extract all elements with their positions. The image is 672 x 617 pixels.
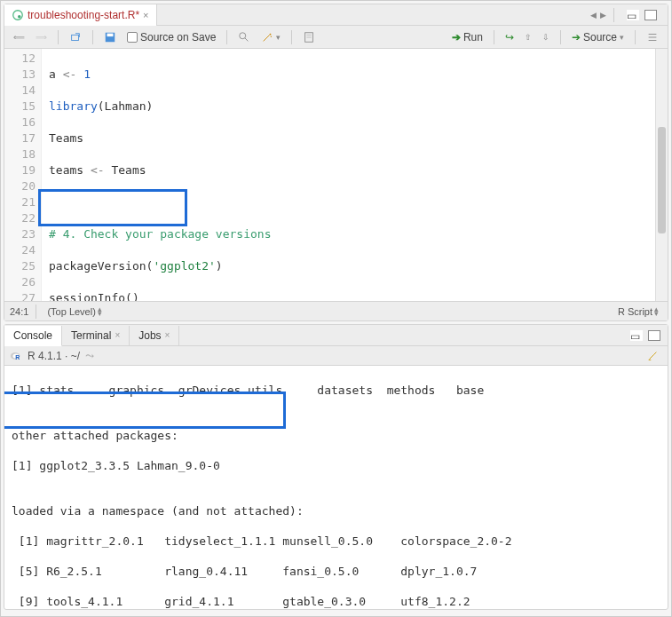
go-up-button[interactable]: ⇧ [521, 31, 535, 44]
cursor-position: 24:1 [10, 306, 28, 317]
source-on-save-toggle[interactable]: Source on Save [123, 29, 219, 45]
svg-rect-4 [107, 33, 114, 36]
svg-rect-2 [72, 35, 79, 40]
session-arrow-icon[interactable]: ⤳ [85, 350, 94, 362]
run-label: Run [463, 31, 483, 44]
save-button[interactable] [100, 29, 120, 45]
minimize-pane-button[interactable]: ▭ [630, 330, 643, 341]
r-file-icon [12, 9, 24, 21]
close-icon[interactable]: × [115, 330, 120, 340]
source-file-tab[interactable]: troubleshooting-start.R* × [4, 4, 157, 26]
line-gutter: 12131415 16171819 20212223 24252627 [4, 49, 42, 301]
code-tools-button[interactable]: ▾ [257, 29, 284, 45]
clear-console-button[interactable] [643, 348, 662, 364]
tab-jobs[interactable]: Jobs× [130, 326, 179, 345]
svg-point-8 [270, 33, 272, 35]
close-icon[interactable]: × [143, 10, 148, 20]
minimize-pane-button[interactable]: ▭ [627, 10, 639, 20]
svg-point-9 [271, 36, 272, 36]
svg-point-5 [240, 32, 246, 38]
scroll-thumb[interactable] [658, 127, 666, 233]
tab-prev-icon[interactable]: ◀ [590, 11, 597, 20]
language-label: R Script [618, 306, 652, 317]
svg-point-1 [18, 15, 21, 19]
close-icon[interactable]: × [165, 330, 170, 340]
source-toolbar: ⟸ ⟹ Source on Save ▾ ➔Run ↪ [4, 26, 668, 49]
source-label: Source [583, 31, 617, 44]
svg-line-19 [650, 354, 654, 359]
tab-console[interactable]: Console [4, 326, 62, 346]
source-tab-bar: troubleshooting-start.R* × ◀ ▶ ▭ [4, 4, 668, 26]
go-down-button[interactable]: ⇩ [539, 31, 553, 44]
forward-button[interactable]: ⟹ [32, 31, 51, 44]
r-logo-icon: R [10, 350, 22, 362]
svg-line-7 [264, 35, 270, 41]
source-statusbar: 24:1 (Top Level) ▴▾ R Script ▴▾ [4, 301, 668, 320]
scope-selector[interactable]: (Top Level) ▴▾ [43, 305, 105, 318]
run-button[interactable]: ➔Run [448, 29, 486, 45]
outline-icon [646, 31, 659, 44]
console-pane: Console Terminal× Jobs× ▭ R R 4.1.1 · ~/… [4, 324, 668, 610]
maximize-pane-button[interactable] [648, 330, 660, 341]
source-pane: troubleshooting-start.R* × ◀ ▶ ▭ ⟸ ⟹ Sou… [4, 4, 668, 321]
code-editor[interactable]: 12131415 16171819 20212223 24252627 a <-… [4, 49, 668, 301]
r-version-label: R 4.1.1 · ~/ [28, 350, 80, 362]
console-tab-bar: Console Terminal× Jobs× ▭ [4, 325, 668, 346]
notebook-icon [303, 31, 315, 44]
maximize-pane-button[interactable] [644, 10, 657, 20]
wand-icon [261, 31, 273, 44]
broom-icon [646, 350, 659, 362]
source-on-save-label: Source on Save [140, 31, 216, 44]
tab-next-icon[interactable]: ▶ [600, 11, 606, 20]
console-info-bar: R R 4.1.1 · ~/ ⤳ [4, 346, 668, 366]
popout-icon [69, 31, 82, 44]
source-button[interactable]: ➔ Source ▾ [568, 29, 628, 45]
checkbox-icon [127, 32, 138, 43]
svg-line-6 [245, 37, 249, 41]
scope-label: (Top Level) [47, 306, 95, 317]
compile-report-button[interactable] [299, 29, 319, 45]
console-output[interactable]: [1] stats graphics grDevices utils datas… [4, 366, 668, 609]
code-content[interactable]: a <- 1 library(Lahman) Teams teams <- Te… [42, 49, 668, 301]
show-in-new-window-button[interactable] [66, 29, 85, 45]
save-icon [104, 31, 116, 44]
back-button[interactable]: ⟸ [10, 31, 28, 44]
language-selector[interactable]: R Script ▴▾ [614, 305, 662, 318]
search-icon [238, 31, 250, 44]
tab-terminal[interactable]: Terminal× [62, 326, 130, 345]
rerun-button[interactable]: ↪ [502, 29, 518, 45]
outline-button[interactable] [643, 29, 662, 45]
svg-point-0 [13, 10, 23, 20]
find-button[interactable] [234, 29, 254, 45]
vertical-scrollbar[interactable] [655, 49, 668, 301]
svg-text:R: R [15, 353, 20, 360]
tab-filename: troubleshooting-start.R* [28, 9, 139, 21]
